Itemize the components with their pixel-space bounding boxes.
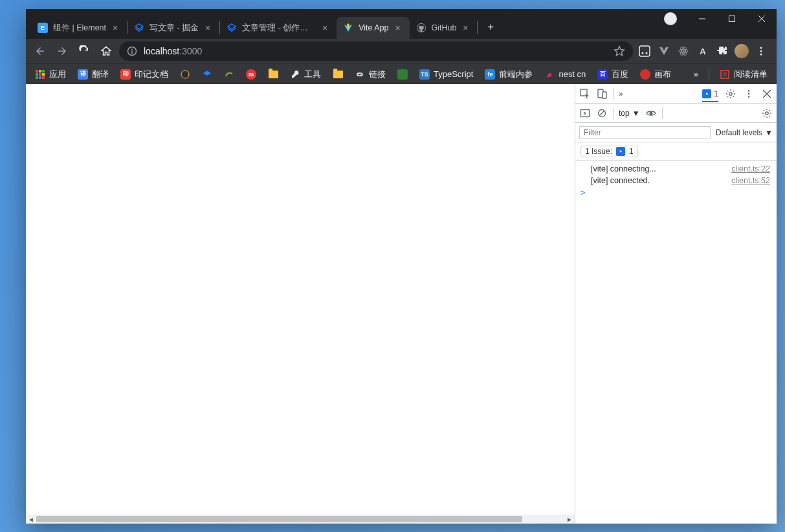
live-expression-icon[interactable] <box>645 107 657 119</box>
device-toggle-icon[interactable] <box>596 88 608 100</box>
chevron-right-icon: » <box>694 69 698 79</box>
bookmark-yinji[interactable]: 印印记文档 <box>116 66 172 83</box>
forward-button[interactable] <box>53 42 71 60</box>
chevron-down-icon: ▼ <box>632 109 640 118</box>
maximize-button[interactable] <box>717 9 747 28</box>
extension-icon[interactable] <box>637 43 652 59</box>
close-icon[interactable]: × <box>320 23 330 33</box>
tab-juejin-write[interactable]: 写文章 - 掘金 × <box>127 17 219 39</box>
tab-github[interactable]: GitHub × <box>410 17 478 39</box>
chrome-menu-icon[interactable] <box>753 43 769 59</box>
home-button[interactable] <box>97 42 115 60</box>
bookmarks-overflow[interactable]: » <box>690 66 702 83</box>
svg-point-11 <box>683 50 685 52</box>
svg-point-27 <box>181 71 189 78</box>
inspect-element-icon[interactable] <box>579 88 591 100</box>
tab-label: 组件 | Element <box>53 23 106 34</box>
issues-link[interactable]: 1 Issue: ▪ 1 <box>580 146 638 157</box>
log-level-selector[interactable]: Default levels▼ <box>716 128 773 137</box>
tab-element[interactable]: E 组件 | Element × <box>31 17 127 39</box>
close-icon[interactable]: × <box>460 23 470 33</box>
close-icon[interactable]: × <box>110 23 120 33</box>
console-sidebar-toggle-icon[interactable] <box>579 107 591 119</box>
console-prompt[interactable]: > <box>575 186 777 199</box>
bookmark-links[interactable]: 链接 <box>351 66 390 83</box>
bookmark-icon-2[interactable] <box>198 66 216 83</box>
profile-avatar[interactable] <box>734 43 749 59</box>
svg-point-36 <box>748 93 750 94</box>
console-line: [vite] connected. client.ts:52 <box>575 175 777 186</box>
scroll-right-icon[interactable]: ► <box>564 515 575 524</box>
close-icon[interactable]: × <box>203 23 213 33</box>
bookmark-label: 前端内参 <box>499 69 533 80</box>
svg-rect-33 <box>603 92 606 98</box>
devtools-close-icon[interactable] <box>761 88 773 100</box>
svg-rect-2 <box>729 16 735 22</box>
bookmark-favicon <box>180 69 190 80</box>
clear-console-icon[interactable] <box>596 107 608 119</box>
tab-vite-app[interactable]: Vite App × <box>337 17 409 39</box>
svg-rect-25 <box>39 76 41 79</box>
console-source-link[interactable]: client.ts:22 <box>731 164 770 173</box>
bookmark-canvas[interactable]: 画布 <box>636 66 675 83</box>
bookmark-icon-1[interactable] <box>176 66 194 83</box>
bookmark-folder-2[interactable] <box>329 66 347 83</box>
back-button[interactable] <box>31 42 49 60</box>
vue-devtools-icon[interactable] <box>656 43 672 59</box>
svg-rect-26 <box>42 76 45 79</box>
console-controls: top▼ <box>575 104 777 123</box>
wrench-icon <box>290 69 300 80</box>
folder-icon <box>333 69 343 80</box>
extensions-puzzle-icon[interactable] <box>714 43 730 59</box>
minimize-button[interactable] <box>687 9 717 28</box>
scroll-left-icon[interactable]: ◄ <box>26 515 36 524</box>
apps-button[interactable]: 应用 <box>31 66 70 83</box>
horizontal-scrollbar[interactable]: ◄ ► <box>26 515 575 524</box>
new-tab-button[interactable]: + <box>481 18 500 36</box>
react-devtools-icon[interactable] <box>676 43 691 59</box>
svg-point-35 <box>748 90 750 92</box>
tab-juejin-manage[interactable]: 文章管理 - 创作者中 × <box>220 17 337 39</box>
console-filter-input[interactable] <box>579 126 711 139</box>
svg-point-15 <box>760 47 762 49</box>
settings-gear-icon[interactable] <box>725 88 736 100</box>
devtools-tab-overflow[interactable]: » <box>619 89 624 98</box>
close-window-button[interactable] <box>747 9 777 28</box>
reading-list-button[interactable]: 阅读清单 <box>716 66 771 83</box>
address-bar[interactable]: localhost:3000 <box>119 41 633 61</box>
bookmark-typescript[interactable]: TSTypeScript <box>415 66 477 83</box>
link-icon <box>355 69 365 80</box>
console-settings-icon[interactable] <box>761 107 773 119</box>
issues-tab[interactable]: ▪1 <box>702 89 718 102</box>
console-line: [vite] connecting... client.ts:22 <box>575 163 777 175</box>
vite-icon <box>343 23 353 33</box>
site-info-icon[interactable] <box>127 46 137 56</box>
reload-button[interactable] <box>75 42 93 60</box>
svg-rect-19 <box>39 70 41 72</box>
bookmark-icon-4[interactable]: m <box>242 66 260 83</box>
bookmark-icon-3[interactable] <box>220 66 238 83</box>
extension-a-icon[interactable]: A <box>695 43 711 59</box>
context-selector[interactable]: top▼ <box>619 109 640 118</box>
bookmark-nest[interactable]: nest cn <box>540 66 590 83</box>
devtools-menu-icon[interactable] <box>743 88 755 100</box>
close-icon[interactable]: × <box>393 23 403 33</box>
content-area: ◄ ► » ▪1 top <box>26 84 777 524</box>
scrollbar-thumb[interactable] <box>36 516 522 522</box>
bookmark-folder-1[interactable] <box>264 66 282 83</box>
console-source-link[interactable]: client.ts:52 <box>731 176 770 185</box>
console-message: [vite] connected. <box>591 176 650 185</box>
bookmark-icon-5[interactable] <box>393 66 412 83</box>
bookmark-favicon <box>397 69 408 80</box>
bookmark-frontend[interactable]: fe前端内参 <box>481 66 536 83</box>
bookmark-star-icon[interactable] <box>614 45 625 57</box>
book-icon: fe <box>485 69 495 80</box>
svg-rect-21 <box>36 73 38 76</box>
console-message: [vite] connecting... <box>591 164 656 173</box>
account-icon[interactable] <box>664 12 677 25</box>
bookmark-tools[interactable]: 工具 <box>286 66 325 83</box>
page-body[interactable] <box>26 84 575 515</box>
bookmark-translate[interactable]: 译翻译 <box>74 66 113 83</box>
bookmark-label: 阅读清单 <box>734 69 768 80</box>
bookmark-baidu[interactable]: 百百度 <box>593 66 632 83</box>
